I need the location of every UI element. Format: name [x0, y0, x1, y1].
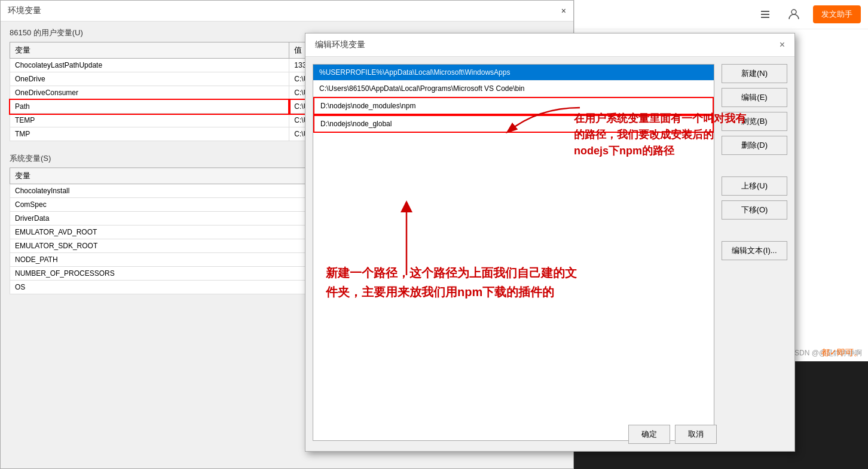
list-item[interactable]: D:\nodejs\node_global — [313, 115, 714, 133]
ok-button[interactable]: 确定 — [628, 425, 670, 444]
list-icon[interactable] — [756, 5, 775, 24]
sys-col-var-header: 变量 — [10, 168, 307, 184]
var-cell: ChocolateyInstall — [10, 184, 307, 198]
var-cell: OS — [10, 281, 307, 294]
edit-button[interactable]: 编辑(E) — [722, 88, 787, 107]
env-dialog-close-icon[interactable]: × — [561, 6, 566, 16]
edit-dialog-close-icon[interactable]: × — [780, 39, 785, 50]
var-cell: ComSpec — [10, 198, 307, 212]
list-item[interactable]: D:\nodejs\node_modules\npm — [313, 97, 714, 115]
var-cell: NODE_PATH — [10, 253, 307, 267]
list-item[interactable]: %USERPROFILE%\AppData\Local\Microsoft\Wi… — [313, 65, 714, 81]
edit-text-button[interactable]: 编辑文本(I)... — [722, 241, 787, 260]
var-cell: EMULATOR_SDK_ROOT — [10, 239, 307, 253]
path-list[interactable]: %USERPROFILE%\AppData\Local\Microsoft\Wi… — [313, 64, 714, 441]
csdn-toolbar: 发文助手 — [574, 0, 868, 29]
browse-button[interactable]: 浏览(B) — [722, 112, 787, 131]
list-item[interactable]: C:\Users\86150\AppData\Local\Programs\Mi… — [313, 81, 714, 97]
var-cell: EMULATOR_AVD_ROOT — [10, 226, 307, 239]
person-icon[interactable] — [784, 5, 803, 24]
move-down-button[interactable]: 下移(O) — [722, 200, 787, 220]
var-cell: ChocolateyLastPathUpdate — [10, 59, 289, 72]
col-var-header: 变量 — [10, 42, 289, 59]
var-cell: DriverData — [10, 212, 307, 226]
var-cell: OneDriveConsumer — [10, 86, 289, 100]
svg-point-3 — [791, 10, 796, 14]
edit-env-dialog: 编辑环境变量 × %USERPROFILE%\AppData\Local\Mic… — [305, 33, 795, 452]
edit-dialog-title-text: 编辑环境变量 — [315, 39, 365, 50]
edit-dialog-body: %USERPROFILE%\AppData\Local\Microsoft\Wi… — [305, 57, 794, 448]
move-up-button[interactable]: 上移(U) — [722, 176, 787, 196]
var-cell: OneDrive — [10, 72, 289, 86]
delete-button[interactable]: 删除(D) — [722, 136, 787, 155]
var-cell: Path — [10, 100, 289, 114]
var-cell: TMP — [10, 127, 289, 141]
var-cell: TEMP — [10, 114, 289, 127]
cancel-button[interactable]: 取消 — [675, 425, 717, 444]
var-cell: NUMBER_OF_PROCESSORS — [10, 267, 307, 281]
new-button[interactable]: 新建(N) — [722, 64, 787, 83]
env-dialog-title-text: 环境变量 — [8, 5, 41, 16]
edit-buttons-panel: 新建(N) 编辑(E) 浏览(B) 删除(D) 上移(U) 下移(O) 编辑文本… — [722, 64, 787, 441]
env-dialog-title-bar: 环境变量 × — [1, 1, 573, 22]
edit-dialog-title-bar: 编辑环境变量 × — [305, 34, 794, 57]
csdn-bottom-text: 都✓即可。 — [821, 348, 862, 358]
publish-button[interactable]: 发文助手 — [813, 5, 861, 23]
